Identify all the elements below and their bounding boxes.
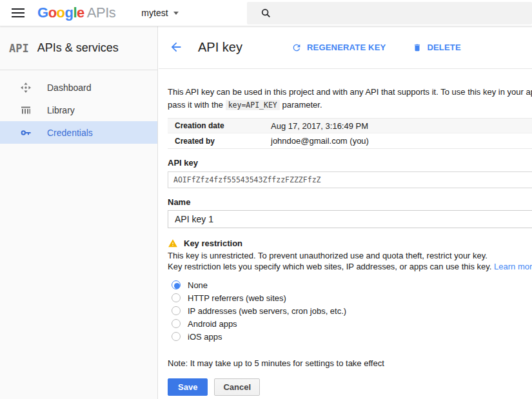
main-content: API key REGENERATE KEY DELETE This API k… [159, 26, 532, 399]
row-label: Creation date [168, 121, 271, 130]
search-input[interactable] [271, 2, 532, 24]
row-label: Created by [168, 137, 271, 146]
api-key-value-input[interactable] [168, 171, 532, 188]
save-button[interactable]: Save [168, 378, 208, 396]
logo-suffix: APIs [87, 5, 115, 21]
radio-option-android-apps[interactable]: Android apps [168, 317, 532, 330]
cancel-button[interactable]: Cancel [214, 378, 260, 396]
sidebar: API APIs & services Dashboard Lib [0, 26, 158, 399]
api-key-description: This API key can be used in this project… [168, 86, 532, 112]
key-name-input[interactable] [168, 210, 532, 228]
search-bar[interactable] [247, 2, 532, 24]
trash-icon [413, 43, 422, 53]
refresh-icon [291, 43, 302, 53]
radio-button[interactable] [172, 293, 181, 302]
row-value: johndoe@gmail.com (you) [271, 136, 369, 146]
chevron-down-icon [173, 12, 179, 15]
key-icon [21, 128, 31, 138]
sidebar-item-label: Library [47, 105, 75, 115]
radio-option-ios-apps[interactable]: iOS apps [168, 330, 532, 343]
back-arrow-icon[interactable] [169, 40, 184, 55]
sidebar-item-label: Credentials [47, 128, 93, 138]
name-field-label: Name [168, 197, 532, 207]
project-selector-dropdown[interactable]: mytest [141, 8, 178, 18]
library-icon [21, 105, 31, 115]
regenerate-key-button[interactable]: REGENERATE KEY [291, 43, 386, 53]
warning-icon [168, 238, 178, 248]
radio-option-http-referrers[interactable]: HTTP referrers (web sites) [168, 291, 532, 304]
sidebar-item-credentials[interactable]: Credentials [0, 121, 157, 144]
table-row: Creation date Aug 17, 2017, 3:16:49 PM [168, 119, 532, 133]
key-restriction-header: Key restriction [168, 238, 532, 248]
google-apis-logo: GoogleAPIs [37, 5, 115, 21]
top-app-bar: GoogleAPIs mytest [0, 0, 532, 26]
table-row: Created by johndoe@gmail.com (you) [168, 133, 532, 148]
form-actions: Save Cancel [168, 378, 532, 396]
radio-option-none[interactable]: None [168, 278, 532, 291]
page-header: API key REGENERATE KEY DELETE [159, 26, 532, 69]
key-restriction-text: This key is unrestricted. To prevent una… [168, 250, 532, 272]
radio-button-selected[interactable] [172, 280, 181, 289]
page-title: API key [198, 40, 242, 55]
restriction-radio-group: None HTTP referrers (web sites) IP addre… [168, 278, 532, 343]
code-chip: key=API_KEY [226, 100, 280, 110]
api-product-logo: API [9, 42, 29, 55]
sidebar-header: API APIs & services [0, 26, 157, 70]
regenerate-key-label: REGENERATE KEY [307, 43, 386, 52]
delete-label: DELETE [427, 43, 460, 52]
radio-button[interactable] [172, 306, 181, 315]
menu-hamburger-icon[interactable] [12, 8, 25, 17]
page-body: This API key can be used in this project… [159, 69, 532, 396]
row-value: Aug 17, 2017, 3:16:49 PM [271, 121, 368, 131]
settings-note: Note: It may take up to 5 minutes for se… [168, 358, 532, 368]
api-key-field-label: API key [168, 158, 532, 168]
radio-button[interactable] [172, 332, 181, 341]
sidebar-item-library[interactable]: Library [0, 99, 157, 121]
key-details-table: Creation date Aug 17, 2017, 3:16:49 PM C… [168, 118, 532, 149]
key-restriction-title: Key restriction [184, 238, 242, 248]
sidebar-menu: Dashboard Library Credentials [0, 70, 157, 144]
sidebar-title: APIs & services [37, 41, 119, 55]
radio-button[interactable] [172, 319, 181, 328]
sidebar-item-dashboard[interactable]: Dashboard [0, 76, 157, 99]
learn-more-link[interactable]: Learn more [494, 262, 532, 271]
radio-option-ip-addresses[interactable]: IP addresses (web servers, cron jobs, et… [168, 304, 532, 317]
project-name: mytest [141, 8, 168, 18]
sidebar-item-label: Dashboard [47, 83, 92, 93]
dashboard-icon [21, 83, 31, 93]
search-icon [261, 8, 271, 18]
delete-button[interactable]: DELETE [413, 43, 460, 53]
